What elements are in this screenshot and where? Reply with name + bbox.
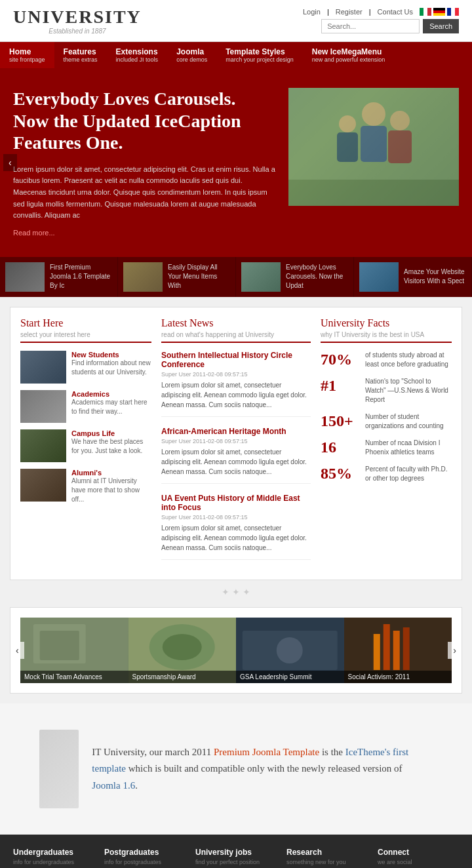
about-text-1: IT University, our march 2011 — [92, 747, 214, 757]
fact-text-4: Number of ncaa Division I Phoenix athlet… — [365, 439, 452, 457]
start-image-4 — [20, 469, 66, 502]
carousel-thumb-3[interactable]: Everybody Loves Carousels. Now the Updat — [236, 257, 354, 297]
news-body-1: Lorem ipsum dolor sit amet, consectetuer… — [161, 380, 311, 410]
news-body-2: Lorem ipsum dolor sit amet, consectetuer… — [161, 447, 311, 477]
footer-col-title-5: Connect — [378, 848, 459, 857]
footer-col-title-3: University jobs — [195, 848, 277, 857]
about-text-2: is the — [319, 747, 345, 757]
flag-italy[interactable] — [420, 8, 431, 16]
gallery-next-button[interactable]: › — [448, 642, 462, 659]
news-title-3[interactable]: UA Event Puts History of Middle East int… — [161, 494, 311, 512]
about-text-4: . — [135, 780, 138, 791]
footer-col-title-1: Undergraduates — [13, 848, 94, 857]
start-label-academics[interactable]: Academics — [71, 390, 151, 398]
svg-rect-10 — [40, 631, 79, 660]
register-link[interactable]: Register — [336, 8, 363, 16]
search-row: Search — [321, 19, 459, 33]
gallery-prev-button[interactable]: ‹ — [10, 642, 24, 659]
start-image-3 — [20, 429, 66, 462]
start-desc-new-students: Find information about new students at o… — [71, 359, 151, 377]
logo: UNIVERSITY Established in 1887 — [13, 7, 142, 35]
footer-col-postgraduates: Postgraduates info for postgraduates Cho… — [104, 848, 186, 868]
start-label-campus-life[interactable]: Campus Life — [71, 429, 151, 437]
gallery-label-2: Sportsmanship Award — [128, 671, 237, 683]
nav-sublabel: march your project design — [226, 56, 294, 63]
start-image-2 — [20, 390, 66, 423]
latest-news-column: Latest News read on what's happening at … — [161, 317, 311, 570]
nav-item-extensions[interactable]: Extensions included JI tools — [107, 42, 168, 68]
nav-item-joomla[interactable]: Joomla core demos — [167, 42, 216, 68]
svg-point-5 — [339, 115, 356, 132]
flag-icons — [420, 8, 459, 16]
nav-item-template-styles[interactable]: Template Styles march your project desig… — [216, 42, 303, 68]
fact-item-1: 70% of students study abroad at least on… — [321, 351, 452, 369]
footer-col-title-2: Postgraduates — [104, 848, 186, 857]
main-content: Start Here select your interest here New… — [0, 297, 472, 703]
gallery-item-2[interactable]: Sportsmanship Award — [128, 618, 237, 683]
footer-col-undergraduates: Undergraduates info for undergraduates C… — [13, 848, 94, 868]
footer-col-sub-1: info for undergraduates — [13, 859, 94, 865]
header: UNIVERSITY Established in 1887 Login | R… — [0, 0, 472, 42]
start-desc-alumni: Alumni at IT University have more that t… — [71, 477, 151, 504]
hero-prev-button[interactable]: ‹ — [3, 154, 17, 171]
facts-title: University Facts — [321, 317, 452, 329]
contact-link[interactable]: Contact Us — [378, 8, 413, 16]
logo-title: UNIVERSITY — [13, 7, 142, 28]
fact-number-3: 150+ — [321, 412, 360, 430]
carousel-thumb-2[interactable]: Easily Display All Your Menu Items With — [118, 257, 236, 297]
footer-col-connect: Connect we are social FaceBook Fan Twitt… — [378, 848, 459, 868]
nav-label: Features — [64, 47, 98, 56]
news-body-3: Lorem ipsum dolor sit amet, consectetuer… — [161, 523, 311, 553]
gallery-label-3: GSA Leadership Summit — [236, 671, 344, 683]
carousel-thumb-4[interactable]: Amaze Your Website Visitors With a Spect — [354, 257, 472, 297]
news-item-2: African-American Heritage Month Super Us… — [161, 427, 311, 484]
thumb-text-4: Amaze Your Website Visitors With a Spect — [404, 267, 466, 286]
thumb-image-1 — [5, 262, 45, 292]
nav-item-home[interactable]: Home site frontpage — [0, 42, 54, 68]
news-title-2[interactable]: African-American Heritage Month — [161, 427, 311, 436]
start-image-1 — [20, 351, 66, 384]
start-item-new-students: New Students Find information about new … — [20, 351, 151, 384]
fact-number-1: 70% — [321, 351, 360, 368]
fact-text-5: Percent of faculty with Ph.D. or other t… — [365, 465, 452, 483]
svg-rect-18 — [383, 624, 389, 670]
flag-france[interactable] — [447, 8, 459, 16]
footer-col-title-4: Research — [286, 848, 368, 857]
nav-sublabel: core demos — [176, 56, 207, 63]
flag-germany[interactable] — [433, 8, 445, 16]
nav-label: New IceMegaMenu — [312, 47, 385, 56]
fact-text-1: of students study abroad at least once b… — [365, 351, 452, 369]
gallery-section: ‹ Mock Trial Team Advances Sportsmanship… — [10, 607, 462, 694]
gallery-item-4[interactable]: Social Activism: 2011 — [344, 618, 452, 683]
svg-rect-6 — [337, 132, 358, 162]
fact-item-3: 150+ Number of student organizations and… — [321, 412, 452, 431]
thumb-text-2: Easily Display All Your Menu Items With — [168, 263, 230, 290]
start-here-column: Start Here select your interest here New… — [20, 317, 151, 570]
search-input[interactable] — [321, 19, 420, 33]
about-text-3: which is built and compatible only with … — [126, 763, 403, 774]
login-link[interactable]: Login — [303, 8, 321, 16]
nav-item-icemegamenu[interactable]: New IceMegaMenu new and powerful extensi… — [303, 42, 395, 68]
start-label-alumni[interactable]: Alumni's — [71, 469, 151, 477]
hero-read-more-link[interactable]: Read more... — [13, 229, 55, 237]
news-title: Latest News — [161, 317, 311, 329]
svg-rect-19 — [393, 631, 399, 670]
gallery-item-1[interactable]: Mock Trial Team Advances — [20, 618, 128, 683]
search-button[interactable]: Search — [423, 19, 459, 33]
gallery-label-1: Mock Trial Team Advances — [20, 671, 128, 683]
nav-sublabel: site frontpage — [9, 56, 45, 63]
hero-banner: ‹ Everybody Loves Carousels. Now the Upd… — [0, 68, 472, 257]
gallery-item-3[interactable]: GSA Leadership Summit — [236, 618, 344, 683]
start-item-academics: Academics Academics may start here to fi… — [20, 390, 151, 423]
news-meta-3: Super User 2011-02-08 09:57:15 — [161, 514, 311, 521]
svg-rect-7 — [288, 180, 459, 206]
gallery-label-4: Social Activism: 2011 — [344, 671, 452, 683]
start-label-new-students[interactable]: New Students — [71, 351, 151, 359]
news-title-1[interactable]: Southern Intellectual History Circle Con… — [161, 351, 311, 369]
nav-item-features[interactable]: Features theme extras — [54, 42, 107, 68]
university-facts-column: University Facts why IT University is th… — [321, 317, 452, 570]
thumb-image-2 — [123, 262, 163, 292]
carousel-thumb-1[interactable]: First Premium Joomla 1.6 Template By Ic — [0, 257, 118, 297]
about-text: IT University, our march 2011 Premium Jo… — [92, 744, 433, 795]
svg-point-13 — [162, 634, 201, 660]
